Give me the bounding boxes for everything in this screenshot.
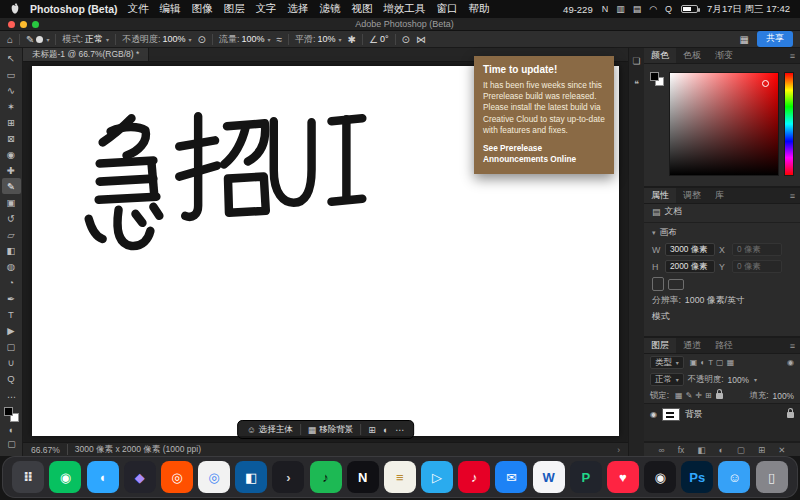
airbrush-icon[interactable]: ≈ <box>277 34 283 45</box>
saturation-brightness-field[interactable] <box>669 72 779 176</box>
color-panel-tab[interactable]: 色板 <box>676 48 708 63</box>
type-tool[interactable]: T <box>2 306 21 322</box>
lock-paint-icon[interactable]: ✎ <box>686 391 693 400</box>
dock-notes[interactable]: ≡ <box>384 461 416 493</box>
keyboard-status-icon[interactable]: ▤ <box>633 4 642 14</box>
dock-vscode[interactable]: ◧ <box>235 461 267 493</box>
layers-panel-tab[interactable]: 通道 <box>676 338 708 353</box>
color-picker-marker[interactable] <box>762 80 769 87</box>
blur-tool[interactable]: ◍ <box>2 258 21 274</box>
crop-tool[interactable]: ⊞ <box>2 114 21 130</box>
layer-mask-icon[interactable]: ◧ <box>697 445 705 455</box>
dock-xiaohongshu[interactable]: ♥ <box>607 461 639 493</box>
menubar-menu-item[interactable]: 图像 <box>192 2 213 16</box>
menubar-menu-item[interactable]: 窗口 <box>437 2 458 16</box>
document-tab[interactable]: 未标题-1 @ 66.7%(RGB/8) * <box>23 48 149 61</box>
comments-panel-icon[interactable]: ❝ <box>634 79 639 89</box>
hand-tool[interactable]: ∪ <box>2 354 21 370</box>
menubar-menu-item[interactable]: 文字 <box>256 2 277 16</box>
shape-filter-icon[interactable]: ▢ <box>716 358 724 367</box>
dodge-tool[interactable]: ◔ <box>2 274 21 290</box>
layer-group-icon[interactable]: ▢ <box>737 445 745 455</box>
layer-lock-icon[interactable] <box>787 412 794 418</box>
transform-icon[interactable]: ⊞ <box>368 425 376 435</box>
close-button[interactable] <box>8 21 15 28</box>
dock-launchpad[interactable]: ⠿ <box>12 461 44 493</box>
notion-status-icon[interactable]: N <box>602 4 609 14</box>
dock-mail[interactable]: ✉ <box>495 461 527 493</box>
panel-menu-icon[interactable]: ≡ <box>785 48 800 63</box>
pressure-size-icon[interactable]: ⊙ <box>402 34 410 45</box>
smoothing-select[interactable]: 平滑: 10% ▾ <box>295 33 342 46</box>
lock-transparent-icon[interactable]: ▦ <box>675 391 683 400</box>
dock-messages[interactable]: ◖ <box>87 461 119 493</box>
dock-github[interactable]: ◉ <box>644 461 676 493</box>
apple-menu-icon[interactable] <box>10 3 20 15</box>
brush-tool[interactable]: ✎ <box>2 178 21 194</box>
menubar-menu-item[interactable]: 图层 <box>224 2 245 16</box>
menubar-menu-item[interactable]: 增效工具 <box>384 2 426 16</box>
lock-artboard-icon[interactable]: ⊞ <box>705 391 712 400</box>
edit-toolbar-icon[interactable]: ⋯ <box>2 390 21 404</box>
history-brush-tool[interactable]: ↺ <box>2 210 21 226</box>
stats-status-icon[interactable]: ▥ <box>616 4 625 14</box>
move-tool[interactable]: ↖ <box>2 50 21 66</box>
home-icon[interactable]: ⌂ <box>7 34 13 45</box>
clone-stamp-tool[interactable]: ▣ <box>2 194 21 210</box>
menubar-clock[interactable]: 7月17日 周三 17:42 <box>707 3 790 16</box>
smoothing-options-icon[interactable]: ✱ <box>348 34 356 45</box>
menubar-menu-item[interactable]: 滤镜 <box>320 2 341 16</box>
portrait-orientation-button[interactable] <box>652 277 664 291</box>
dock-wechat[interactable]: ◉ <box>49 461 81 493</box>
dock-terminal[interactable]: › <box>272 461 304 493</box>
panel-menu-icon[interactable]: ≡ <box>785 188 800 203</box>
pen-tool[interactable]: ✒ <box>2 290 21 306</box>
delete-layer-icon[interactable]: ✕ <box>778 445 785 455</box>
foreground-background-swatches[interactable] <box>4 407 19 422</box>
menubar-menu-item[interactable]: 视图 <box>352 2 373 16</box>
landscape-orientation-button[interactable] <box>668 279 684 290</box>
adjustment-filter-icon[interactable]: ◐ <box>700 358 705 367</box>
link-layers-icon[interactable]: ∞ <box>659 445 665 455</box>
gradient-tool[interactable]: ◧ <box>2 242 21 258</box>
rectangle-tool[interactable]: ▢ <box>2 338 21 354</box>
layers-panel-tab[interactable]: 路径 <box>708 338 740 353</box>
dock-notion[interactable]: N <box>347 461 379 493</box>
foreground-color-swatch[interactable] <box>4 407 13 416</box>
menubar-menu-item[interactable]: 选择 <box>288 2 309 16</box>
lock-all-icon[interactable] <box>716 393 723 399</box>
dock-word[interactable]: W <box>533 461 565 493</box>
layer-blend-mode-select[interactable]: 正常 ▾ <box>650 373 684 386</box>
export-panel-icon[interactable]: ❏ <box>632 56 640 66</box>
brush-angle-field[interactable]: ∠ 0° <box>369 34 389 45</box>
color-panel-tab[interactable]: 颜色 <box>644 48 676 63</box>
eyedropper-tool[interactable]: ◉ <box>2 146 21 162</box>
canvas-x-field[interactable]: 0 像素 <box>732 243 782 256</box>
zoom-tool[interactable]: Q <box>2 370 21 386</box>
type-filter-icon[interactable]: T <box>708 358 713 367</box>
hue-slider[interactable] <box>784 72 794 176</box>
dock-chrome[interactable]: ◎ <box>198 461 230 493</box>
dock-telegram[interactable]: ▷ <box>421 461 453 493</box>
menubar-menu-item[interactable]: 编辑 <box>160 2 181 16</box>
object-selection-tool[interactable]: ✶ <box>2 98 21 114</box>
frame-tool[interactable]: ⊠ <box>2 130 21 146</box>
layer-effects-icon[interactable]: fx <box>678 445 685 455</box>
wifi-icon[interactable]: ◠ <box>649 4 657 14</box>
opacity-select[interactable]: 不透明度: 100% ▾ <box>122 33 192 46</box>
dock-spotify[interactable]: ♪ <box>310 461 342 493</box>
dock-pycharm[interactable]: P <box>570 461 602 493</box>
filter-type-select[interactable]: 类型 ▾ <box>650 356 684 369</box>
smart-object-filter-icon[interactable]: ▦ <box>727 358 735 367</box>
menubar-menu-item[interactable]: 帮助 <box>469 2 490 16</box>
mini-foreground-background[interactable] <box>650 72 664 86</box>
menubar-app-name[interactable]: Photoshop (Beta) <box>30 3 118 15</box>
visibility-eye-icon[interactable]: ◉ <box>650 410 657 419</box>
symmetry-icon[interactable]: ⋈ <box>416 34 426 45</box>
panel-menu-icon[interactable]: ≡ <box>785 338 800 353</box>
select-subject-button[interactable]: ☺ 选择主体 <box>247 424 293 436</box>
color-panel-tab[interactable]: 渐变 <box>708 48 740 63</box>
share-button[interactable]: 共享 <box>757 31 793 47</box>
layer-thumbnail[interactable] <box>662 408 680 421</box>
quick-mask-icon[interactable]: ◐ <box>2 423 21 437</box>
